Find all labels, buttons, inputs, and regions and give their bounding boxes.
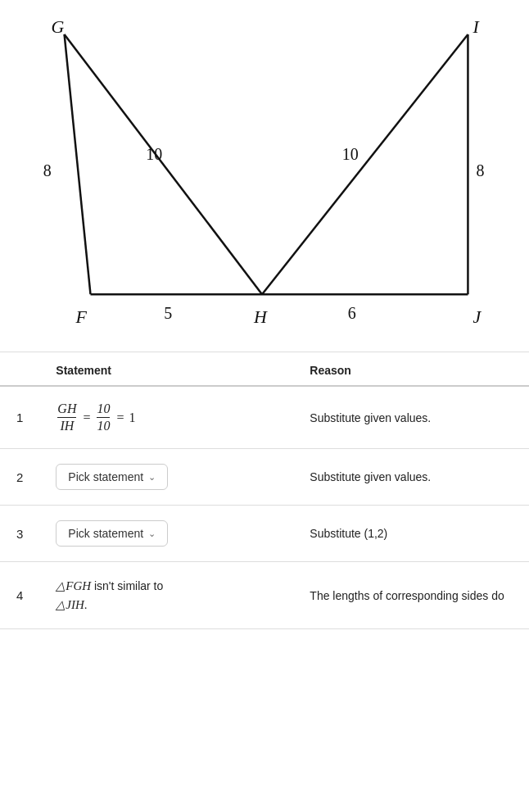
result-val: 1 xyxy=(129,411,136,425)
row-3-statement: Pick statement ⌄ xyxy=(39,506,293,562)
label-J: J xyxy=(472,306,482,327)
row-3-reason: Substitute (1,2) xyxy=(293,506,529,562)
row-1-num: 1 xyxy=(0,386,39,449)
chevron-down-icon: ⌄ xyxy=(148,472,156,483)
row-3-dropdown[interactable]: Pick statement ⌄ xyxy=(56,520,168,547)
side-FH-label: 5 xyxy=(164,304,172,322)
table-row: 1 GH IH = 10 10 = 1 xyxy=(0,386,529,449)
not-similar-text: isn't similar to xyxy=(94,579,163,592)
chevron-down-icon-2: ⌄ xyxy=(148,528,156,539)
diagram-area: G I F H J 8 10 10 8 5 6 xyxy=(0,0,529,352)
svg-line-3 xyxy=(65,34,262,294)
proof-table: Statement Reason 1 GH IH = 10 10 xyxy=(0,352,529,629)
label-F: F xyxy=(75,306,88,327)
row-1-reason: Substitute given values. xyxy=(293,386,529,449)
equals-sign-1: = xyxy=(83,411,90,425)
period: . xyxy=(84,598,88,611)
row-3-num: 3 xyxy=(0,506,39,562)
row-4-triangle-stmt: △FGH isn't similar to △JIH. xyxy=(56,577,277,614)
header-statement-col: Statement xyxy=(39,352,293,386)
label-I: I xyxy=(472,16,480,37)
row-1-statement: GH IH = 10 10 = 1 xyxy=(39,386,293,449)
row-4-reason: The lengths of corresponding sides do xyxy=(293,562,529,629)
side-GF-label: 8 xyxy=(43,161,52,179)
svg-line-2 xyxy=(65,34,91,294)
table-header-row: Statement Reason xyxy=(0,352,529,386)
triangle2-label: △JIH xyxy=(56,598,84,611)
side-IJ-label: 8 xyxy=(476,161,484,179)
fraction-val-den: 10 xyxy=(97,418,110,433)
fraction-val-num: 10 xyxy=(97,401,110,418)
geometry-diagram: G I F H J 8 10 10 8 5 6 xyxy=(0,0,529,352)
fraction-10-10: 10 10 xyxy=(97,401,110,433)
side-HJ-label: 6 xyxy=(348,304,356,322)
header-reason-col: Reason xyxy=(293,352,529,386)
triangle1-label: △FGH xyxy=(56,579,91,592)
svg-line-4 xyxy=(262,34,468,294)
row-4-statement: △FGH isn't similar to △JIH. xyxy=(39,562,293,629)
header-num-col xyxy=(0,352,39,386)
page: G I F H J 8 10 10 8 5 6 xyxy=(0,0,529,812)
row-2-dropdown-label: Pick statement xyxy=(68,470,143,483)
row-2-statement: Pick statement ⌄ xyxy=(39,449,293,506)
table-row: 3 Pick statement ⌄ Substitute (1,2) xyxy=(0,506,529,562)
row-4-num: 4 xyxy=(0,562,39,629)
equals-sign-2: = xyxy=(116,411,124,425)
side-IH-label: 10 xyxy=(342,145,359,163)
row-1-math: GH IH = 10 10 = 1 xyxy=(56,401,277,433)
row-2-reason: Substitute given values. xyxy=(293,449,529,506)
label-G: G xyxy=(52,16,65,37)
fraction-numerator: GH xyxy=(57,401,76,418)
fraction-denominator: IH xyxy=(60,418,74,433)
table-row: 4 △FGH isn't similar to △JIH. The length… xyxy=(0,562,529,629)
row-3-dropdown-label: Pick statement xyxy=(68,527,143,540)
label-H: H xyxy=(253,306,268,327)
row-2-dropdown[interactable]: Pick statement ⌄ xyxy=(56,464,168,490)
fraction-GH-IH: GH IH xyxy=(57,401,76,433)
row-2-num: 2 xyxy=(0,449,39,506)
side-GH-label: 10 xyxy=(146,145,162,163)
table-row: 2 Pick statement ⌄ Substitute given valu… xyxy=(0,449,529,506)
